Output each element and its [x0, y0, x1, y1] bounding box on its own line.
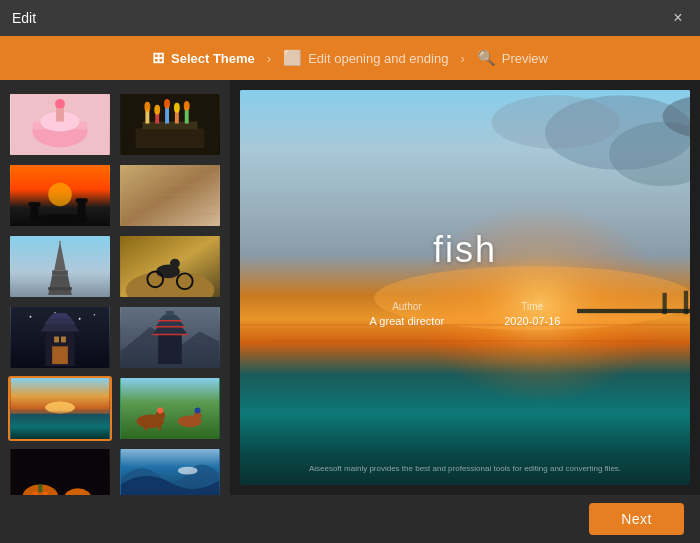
svg-rect-22 [29, 202, 41, 206]
theme-thumbnail-10[interactable] [118, 376, 222, 441]
preview-title: fish [433, 229, 497, 271]
preview-area: fish Author A great director Time 2020-0… [230, 80, 700, 495]
preview-time-value: 2020-07-16 [504, 315, 560, 327]
svg-rect-8 [142, 122, 197, 130]
svg-rect-55 [61, 337, 66, 343]
theme-thumbnail-8[interactable] [118, 305, 222, 370]
preview-card: fish Author A great director Time 2020-0… [240, 90, 690, 485]
preview-text-overlay: fish Author A great director Time 2020-0… [240, 90, 690, 485]
theme-thumbnail-2[interactable] [118, 92, 222, 157]
step-edit-opening[interactable]: ⬜ Edit opening and ending [283, 49, 448, 67]
svg-point-17 [174, 103, 180, 113]
svg-rect-78 [11, 449, 109, 495]
svg-point-86 [178, 467, 198, 475]
svg-point-5 [55, 99, 65, 109]
svg-marker-35 [48, 275, 72, 295]
preview-time: Time 2020-07-16 [504, 301, 560, 327]
svg-rect-72 [158, 420, 161, 430]
thumbnail-grid: ↓ ↓ [4, 88, 226, 495]
theme-thumbnail-11[interactable] [8, 447, 112, 495]
thumbnail-sidebar[interactable]: ↓ ↓ [0, 80, 230, 495]
svg-rect-37 [59, 241, 61, 244]
step-select-theme-label: Select Theme [171, 51, 255, 66]
svg-rect-69 [121, 378, 219, 439]
main-content: ↓ ↓ [0, 80, 700, 495]
preview-time-label: Time [521, 301, 543, 312]
theme-thumbnail-3[interactable] [8, 163, 112, 228]
svg-point-15 [154, 105, 160, 115]
svg-point-25 [30, 214, 89, 224]
svg-rect-68 [11, 411, 109, 413]
edit-opening-icon: ⬜ [283, 49, 302, 67]
svg-point-16 [164, 99, 170, 109]
svg-point-18 [184, 101, 190, 111]
svg-point-14 [144, 102, 150, 112]
select-theme-icon: ⊞ [152, 49, 165, 67]
preview-meta: Author A great director Time 2020-07-16 [370, 301, 561, 327]
svg-marker-51 [44, 319, 75, 325]
preview-author: Author A great director [370, 301, 445, 327]
preview-author-label: Author [392, 301, 421, 312]
theme-thumbnail-7[interactable] [8, 305, 112, 370]
svg-point-48 [94, 314, 96, 316]
svg-point-47 [79, 318, 81, 320]
next-button[interactable]: Next [589, 503, 684, 535]
close-button[interactable]: × [668, 8, 688, 28]
preview-author-value: A great director [370, 315, 445, 327]
svg-marker-59 [152, 327, 187, 335]
step-select-theme[interactable]: ⊞ Select Theme [152, 49, 255, 67]
step-edit-opening-label: Edit opening and ending [308, 51, 448, 66]
svg-rect-73 [144, 420, 147, 430]
bottom-bar: Next [0, 495, 700, 543]
theme-thumbnail-4[interactable] [118, 163, 222, 228]
svg-point-41 [156, 265, 180, 279]
step-separator-2: › [460, 51, 464, 66]
preview-icon: 🔍 [477, 49, 496, 67]
theme-thumbnail-12[interactable] [118, 447, 222, 495]
svg-point-74 [157, 408, 163, 414]
theme-thumbnail-9[interactable] [8, 376, 112, 441]
title-bar: Edit × [0, 0, 700, 36]
svg-rect-58 [158, 335, 182, 365]
svg-rect-53 [52, 346, 68, 364]
preview-footer: Aiseesoft mainly provides the best and p… [240, 464, 690, 473]
svg-marker-60 [155, 321, 185, 327]
step-separator-1: › [267, 51, 271, 66]
svg-point-77 [195, 408, 201, 414]
svg-rect-81 [38, 484, 42, 492]
svg-rect-54 [54, 337, 59, 343]
step-preview[interactable]: 🔍 Preview [477, 49, 548, 67]
theme-thumbnail-6[interactable] [118, 234, 222, 299]
svg-marker-50 [40, 325, 79, 332]
theme-thumbnail-5[interactable] [8, 234, 112, 299]
step-bar: ⊞ Select Theme › ⬜ Edit opening and endi… [0, 36, 700, 80]
theme-thumbnail-1[interactable] [8, 92, 112, 157]
step-preview-label: Preview [502, 51, 548, 66]
svg-point-20 [48, 183, 72, 207]
svg-rect-24 [76, 198, 88, 202]
window-title: Edit [12, 10, 36, 26]
svg-rect-26 [121, 165, 219, 226]
svg-rect-62 [166, 311, 174, 316]
svg-point-45 [30, 316, 32, 318]
svg-rect-34 [52, 270, 68, 275]
svg-rect-7 [136, 128, 205, 148]
svg-rect-36 [48, 287, 72, 290]
